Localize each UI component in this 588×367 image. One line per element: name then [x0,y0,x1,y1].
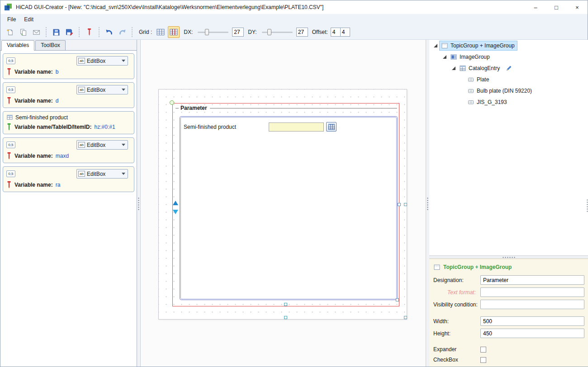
save-button[interactable] [50,26,62,38]
grid-toggle-button[interactable] [155,26,166,38]
properties-panel: TopicGroup + ImageGroup Designation: Tex… [429,259,588,367]
width-input[interactable] [480,316,584,326]
catalog-item-icon [467,99,474,106]
variable-card-maxd[interactable]: 0,5 ab EditBox Variable name: maxd [3,137,134,163]
redo-button[interactable] [116,26,128,38]
control-type-select[interactable]: ab EditBox [76,56,128,66]
text-format-input[interactable] [480,287,584,297]
default-value-badge: 0,5 [6,170,15,177]
tree-properties-splitter[interactable] [429,255,588,259]
variable-name-label: Variable name/TableID/ItemID: [14,124,92,130]
save-as-icon [66,28,73,36]
tree-node-content[interactable]: Plate [465,75,492,85]
resize-handle-bottom[interactable] [284,303,287,306]
grid-snap-icon [170,28,178,36]
tree-node-content[interactable]: TopicGroup + ImageGroup [439,41,517,51]
save-as-button[interactable] [63,26,75,38]
tree-node-bulb-plate[interactable]: Bulb plate (DIN 59220) [429,85,588,96]
imagegroup-icon [450,53,457,61]
expander-icon[interactable] [441,53,448,61]
grid-snap-button[interactable] [168,26,180,38]
tree-node-plate[interactable]: Plate [429,74,588,85]
menu-edit[interactable]: Edit [20,15,38,24]
design-surface[interactable]: Parameter Semi-finished product [158,89,407,320]
catalog-field-input[interactable] [269,122,324,132]
menu-file[interactable]: File [3,15,20,24]
default-value-badge: 0,5 [6,57,15,64]
left-splitter[interactable] [137,40,140,367]
pin-button[interactable] [83,26,95,38]
rotate-handle[interactable] [170,100,174,105]
tree-node-content[interactable]: ImageGroup [448,52,493,62]
tree-node-content[interactable]: Bulb plate (DIN 59220) [465,86,535,96]
variable-name-label: Variable name: [14,98,53,104]
visibility-condition-input[interactable] [480,300,584,309]
control-type-select[interactable]: ab EditBox [76,85,128,94]
chevron-down-icon [122,89,125,91]
red-pin-icon [6,152,12,160]
height-input[interactable] [480,329,584,338]
groupbox-line [210,108,397,108]
maximize-button[interactable]: □ [546,0,567,14]
window-title: HiCAD GUI-Creator - [New: "C:\hicad_svn\… [16,4,323,10]
expander-row: Expander [433,346,584,353]
dx-slider-thumb[interactable] [205,29,209,35]
undo-button[interactable] [103,26,115,38]
tab-variables[interactable]: Variables [1,40,34,51]
editbox-icon: ab [78,142,85,148]
resize-handle-corner[interactable] [396,298,399,301]
surface-resize-handle-bottom[interactable] [284,316,287,319]
tree-node-content[interactable]: CatalogEntry [457,63,503,73]
surface-resize-handle-right[interactable] [404,203,407,206]
move-vertical-arrows-icon[interactable] [172,200,179,215]
minimize-button[interactable]: – [525,0,546,14]
variable-card-b[interactable]: 0,5 ab EditBox Variable name: b [3,53,134,79]
tree-node-topicgroup[interactable]: TopicGroup + ImageGroup [429,40,588,51]
control-type-select[interactable]: ab EditBox [76,140,128,150]
checkbox-checkbox[interactable] [480,357,486,363]
offset-x-input[interactable] [331,28,341,37]
control-type-select[interactable]: ab EditBox [76,169,128,179]
dx-input[interactable] [232,28,244,37]
dy-slider-thumb[interactable] [267,29,271,35]
tree-node-content[interactable]: JIS_G_3193 [465,97,510,107]
dx-slider[interactable] [197,28,229,37]
variable-card-ra[interactable]: 0,5 ab EditBox Variable name: ra [3,166,134,192]
new-document-button[interactable] [4,26,16,38]
width-row: Width: [433,316,584,326]
design-canvas[interactable]: Parameter Semi-finished product [140,40,426,367]
tree-node-imagegroup[interactable]: ImageGroup [429,51,588,62]
splitter-grip [138,197,139,211]
control-type-label: EditBox [87,58,105,64]
variable-card-d[interactable]: 0,5 ab EditBox Variable name: d [3,82,134,108]
catalog-picker-button[interactable] [326,122,337,132]
designation-label: Designation: [433,277,480,283]
variable-name-label: Variable name: [14,153,53,159]
expander-icon[interactable] [450,65,457,72]
dy-input[interactable] [296,28,308,37]
mail-button[interactable] [30,26,42,38]
dy-slider[interactable] [261,28,294,37]
tree-node-catalogentry[interactable]: CatalogEntry [429,62,588,74]
toolbar-separator [79,27,80,37]
main-area: Variables ToolBox 0,5 ab EditBox [0,40,588,367]
surface-resize-handle-corner[interactable] [404,316,407,319]
expander-icon[interactable] [432,42,439,49]
tab-toolbox[interactable]: ToolBox [35,40,66,50]
expander-checkbox[interactable] [480,347,486,353]
green-pin-icon [6,123,12,131]
edit-pencil-icon[interactable] [506,65,512,71]
designation-input[interactable] [480,275,584,285]
tree-node-jis[interactable]: JIS_G_3193 [429,96,588,108]
right-splitter[interactable] [426,40,429,367]
tree-node-label: CatalogEntry [469,65,500,71]
close-button[interactable]: × [567,0,588,14]
topicgroup-selection-outline[interactable]: Parameter Semi-finished product [172,103,399,306]
variable-card-semifinished[interactable]: Semi-finished product Variable name/Tabl… [3,111,134,134]
imagegroup-frame[interactable]: Semi-finished product [180,116,398,300]
offset-y-input[interactable] [340,28,350,37]
copy-document-button[interactable] [17,26,29,38]
catalog-field-label: Semi-finished product [184,124,269,130]
resize-handle-right[interactable] [398,203,401,206]
variables-panel: Variables ToolBox 0,5 ab EditBox [0,40,137,367]
